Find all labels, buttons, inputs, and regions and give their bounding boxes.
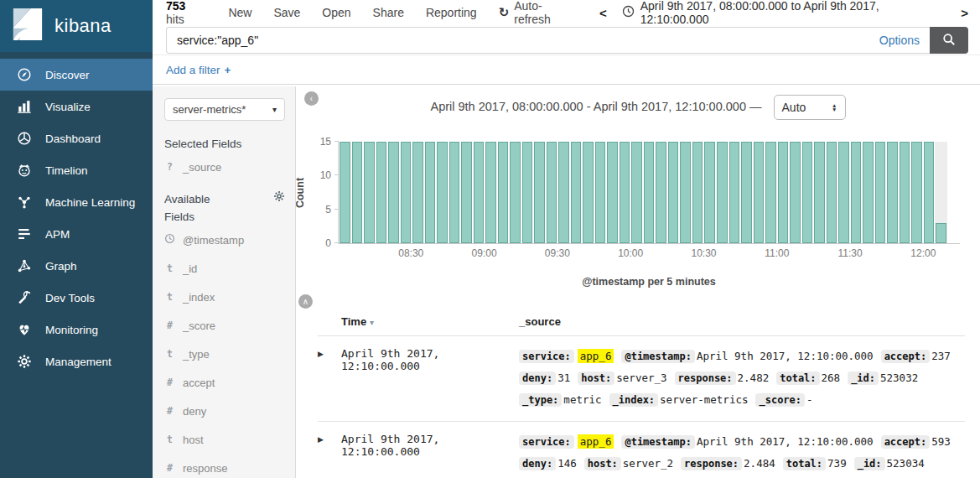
histogram-bar[interactable]	[790, 142, 801, 243]
sidebar-item-graph[interactable]: Graph	[0, 250, 153, 282]
histogram-bar[interactable]	[547, 142, 557, 243]
histogram-bar[interactable]	[449, 142, 460, 243]
histogram-bar[interactable]	[838, 142, 849, 243]
collapse-histogram-button[interactable]: ∧	[298, 294, 313, 309]
sidebar-item-machine-learning[interactable]: Machine Learning	[0, 186, 153, 218]
x-tick-label: 11:00	[765, 247, 789, 259]
histogram-bar[interactable]	[352, 142, 363, 243]
histogram-bar[interactable]	[911, 142, 922, 243]
histogram-bar[interactable]	[388, 142, 399, 243]
field-item-_type[interactable]: t_type	[164, 340, 285, 368]
menu-new[interactable]: New	[228, 6, 251, 19]
histogram-bar[interactable]	[900, 142, 910, 243]
field-item-@timestamp[interactable]: @timestamp	[164, 226, 285, 254]
histogram-bar[interactable]	[778, 142, 789, 243]
field-settings-gear-icon[interactable]	[273, 190, 285, 205]
menu-open[interactable]: Open	[322, 6, 350, 19]
histogram-bar[interactable]	[765, 142, 776, 243]
expand-row-icon[interactable]: ▶	[318, 346, 341, 411]
query-bar: Options	[153, 25, 980, 54]
histogram-bar[interactable]	[558, 142, 569, 243]
histogram-bar[interactable]	[729, 142, 740, 243]
field-item-_score[interactable]: #_score	[164, 311, 285, 340]
field-item-_id[interactable]: t_id	[164, 254, 285, 283]
histogram-bar[interactable]	[827, 142, 837, 243]
histogram-bar[interactable]	[680, 142, 691, 243]
query-options-link[interactable]: Options	[879, 34, 920, 47]
histogram-bar[interactable]	[401, 142, 412, 243]
histogram-bar[interactable]	[376, 142, 387, 243]
histogram-bar[interactable]	[924, 142, 935, 243]
menu-share[interactable]: Share	[373, 6, 404, 19]
histogram-bar[interactable]	[814, 142, 825, 243]
field-item-deny[interactable]: #deny	[164, 397, 285, 425]
sidebar-item-management[interactable]: Management	[0, 346, 153, 377]
histogram-bar[interactable]	[425, 142, 436, 243]
field-item-host[interactable]: thost	[164, 425, 285, 454]
wrench-icon	[16, 290, 33, 305]
field-item-accept[interactable]: #accept	[164, 368, 285, 397]
histogram-bar[interactable]	[887, 142, 898, 243]
sidebar-item-visualize[interactable]: Visualize	[0, 91, 153, 122]
field-item-_source[interactable]: ?_source	[164, 155, 285, 179]
time-range-picker[interactable]: April 9th 2017, 08:00:00.000 to April 9t…	[622, 0, 946, 26]
histogram-bar[interactable]	[741, 142, 752, 243]
histogram-bar[interactable]	[498, 142, 509, 243]
collapse-sidebar-button[interactable]: ‹	[304, 91, 319, 106]
menu-save[interactable]: Save	[273, 6, 300, 19]
histogram-bar[interactable]	[644, 142, 655, 243]
search-button[interactable]	[930, 27, 968, 54]
kibana-logo[interactable]: kibana	[0, 0, 153, 52]
histogram-bar[interactable]	[875, 142, 886, 243]
histogram-bar[interactable]	[485, 142, 496, 243]
histogram-bar[interactable]	[474, 142, 485, 243]
auto-refresh-button[interactable]: ↻ Auto-refresh	[499, 0, 578, 26]
sidebar-item-apm[interactable]: APM	[0, 218, 153, 250]
add-filter-button[interactable]: Add a filter+	[166, 64, 231, 76]
sidebar-item-monitoring[interactable]: Monitoring	[0, 314, 153, 346]
histogram-bar[interactable]	[754, 142, 765, 243]
sidebar-item-dev-tools[interactable]: Dev Tools	[0, 282, 153, 314]
query-input[interactable]	[177, 34, 871, 47]
histogram-bar[interactable]	[437, 142, 448, 243]
histogram-bar[interactable]	[620, 142, 630, 243]
histogram-bar[interactable]	[692, 142, 703, 243]
histogram-bar[interactable]	[704, 142, 715, 243]
expand-row-icon[interactable]: ▶	[318, 431, 341, 478]
histogram-bar[interactable]	[656, 142, 666, 243]
histogram-bar[interactable]	[802, 142, 813, 243]
histogram-bar[interactable]	[461, 142, 472, 243]
histogram-bar[interactable]	[571, 142, 582, 243]
interval-select[interactable]: Auto ▲▼	[774, 95, 846, 120]
histogram-bar[interactable]	[583, 142, 594, 243]
histogram-bar[interactable]	[412, 142, 423, 243]
histogram-bar[interactable]	[534, 142, 545, 243]
selected-fields-list: ?_source	[164, 155, 285, 179]
sidebar-item-timelion[interactable]: Timelion	[0, 154, 153, 186]
histogram-bar[interactable]	[522, 142, 533, 243]
sidebar-item-discover[interactable]: Discover	[0, 59, 153, 91]
histogram-header: April 9th 2017, 08:00:00.000 - April 9th…	[296, 95, 980, 120]
histogram-bar[interactable]	[364, 142, 375, 243]
menu-reporting[interactable]: Reporting	[426, 6, 477, 19]
histogram-bar[interactable]	[851, 142, 862, 243]
histogram-bar[interactable]	[595, 142, 606, 243]
histogram-bar[interactable]	[607, 142, 618, 243]
field-item-_index[interactable]: t_index	[164, 283, 285, 311]
histogram-bar[interactable]	[340, 142, 350, 243]
histogram-bar[interactable]	[631, 142, 642, 243]
histogram-bar[interactable]	[668, 142, 679, 243]
histogram-bar[interactable]	[936, 223, 946, 243]
histogram-bar[interactable]	[717, 142, 728, 243]
field-type-icon: t	[164, 434, 175, 445]
time-prev-button[interactable]: <	[599, 6, 607, 20]
index-pattern-select[interactable]: server-metrics* ▾	[164, 98, 285, 121]
sidebar-item-dashboard[interactable]: Dashboard	[0, 122, 153, 154]
field-item-response[interactable]: #response	[164, 454, 285, 478]
document-table: Time▾ _source ▶April 9th 2017, 12:10:00.…	[318, 310, 965, 478]
histogram-bar[interactable]	[510, 142, 521, 243]
clock-icon	[622, 5, 635, 20]
time-column-header[interactable]: Time▾	[341, 315, 519, 328]
time-next-button[interactable]: >	[961, 6, 968, 20]
histogram-bar[interactable]	[863, 142, 874, 243]
